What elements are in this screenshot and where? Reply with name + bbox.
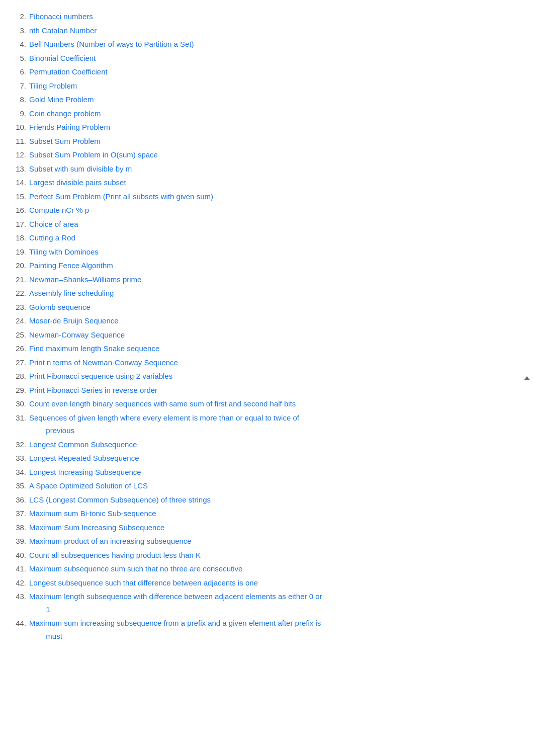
- item-link[interactable]: Tiling with Dominoes: [29, 245, 99, 259]
- item-number: 44.: [10, 617, 29, 630]
- item-number: 4.: [10, 38, 29, 51]
- item-link[interactable]: Gold Mine Problem: [29, 93, 94, 106]
- item-link[interactable]: Permutation Coefficient: [29, 65, 108, 78]
- list-item: 6.Permutation Coefficient: [10, 65, 519, 78]
- item-link[interactable]: Newman–Shanks–Williams prime: [29, 273, 141, 286]
- item-link[interactable]: Compute nCr % p: [29, 204, 89, 217]
- list-item: 43.Maximum length subsequence with diffe…: [10, 590, 519, 616]
- item-link[interactable]: Fibonacci numbers: [29, 10, 93, 23]
- list-item: 19.Tiling with Dominoes: [10, 245, 519, 259]
- item-number: 21.: [10, 273, 29, 286]
- list-item: 5.Binomial Coefficient: [10, 52, 519, 65]
- item-number: 35.: [10, 479, 29, 492]
- item-number: 16.: [10, 204, 29, 217]
- item-link[interactable]: Maximum product of an increasing subsequ…: [29, 535, 192, 548]
- item-link[interactable]: Coin change problem: [29, 107, 101, 120]
- list-item: 3.nth Catalan Number: [10, 24, 519, 37]
- item-link[interactable]: Print Fibonacci sequence using 2 variabl…: [29, 370, 172, 383]
- item-number: 42.: [10, 576, 29, 590]
- item-number: 34.: [10, 466, 29, 479]
- item-number: 36.: [10, 493, 29, 507]
- list-item: 38.Maximum Sum Increasing Subsequence: [10, 521, 519, 534]
- item-number: 19.: [10, 245, 29, 259]
- item-link[interactable]: Maximum Sum Increasing Subsequence: [29, 521, 164, 534]
- item-number: 9.: [10, 107, 29, 120]
- list-item: 35.A Space Optimized Solution of LCS: [10, 479, 519, 492]
- item-link[interactable]: Maximum sum increasing subsequence from …: [29, 617, 321, 642]
- item-number: 40.: [10, 549, 29, 562]
- item-number: 39.: [10, 535, 29, 548]
- item-link[interactable]: A Space Optimized Solution of LCS: [29, 479, 148, 492]
- item-link[interactable]: nth Catalan Number: [29, 24, 97, 37]
- list-item: 14.Largest divisible pairs subset: [10, 176, 519, 189]
- item-number: 26.: [10, 342, 29, 355]
- item-number: 27.: [10, 356, 29, 369]
- item-number: 17.: [10, 218, 29, 231]
- item-link[interactable]: Maximum length subsequence with differen…: [29, 590, 322, 616]
- item-number: 23.: [10, 301, 29, 314]
- item-link[interactable]: Largest divisible pairs subset: [29, 176, 126, 189]
- item-link[interactable]: Assembly line scheduling: [29, 287, 114, 300]
- item-number: 29.: [10, 384, 29, 397]
- item-number: 28.: [10, 370, 29, 383]
- list-item: 44.Maximum sum increasing subsequence fr…: [10, 617, 519, 642]
- list-item: 21.Newman–Shanks–Williams prime: [10, 273, 519, 286]
- item-link[interactable]: Longest Common Subsequence: [29, 438, 137, 451]
- item-link[interactable]: Painting Fence Algorithm: [29, 259, 113, 272]
- item-number: 33.: [10, 452, 29, 465]
- item-number: 8.: [10, 93, 29, 106]
- item-link[interactable]: Binomial Coefficient: [29, 52, 96, 65]
- list-item: 37.Maximum sum Bi-tonic Sub-sequence: [10, 507, 519, 520]
- item-link[interactable]: Perfect Sum Problem (Print all subsets w…: [29, 190, 213, 203]
- list-item: 11.Subset Sum Problem: [10, 135, 519, 148]
- item-link[interactable]: Tiling Problem: [29, 79, 77, 93]
- item-link[interactable]: Print Fibonacci Series in reverse order: [29, 384, 157, 397]
- list-item: 42.Longest subsequence such that differe…: [10, 576, 519, 590]
- item-number: 38.: [10, 521, 29, 534]
- item-number: 12.: [10, 148, 29, 161]
- item-number: 37.: [10, 507, 29, 520]
- item-link[interactable]: Maximum subsequence sum such that no thr…: [29, 562, 242, 575]
- list-item: 40.Count all subsequences having product…: [10, 549, 519, 562]
- list-item: 39.Maximum product of an increasing subs…: [10, 535, 519, 548]
- list-item: 12.Subset Sum Problem in O(sum) space: [10, 148, 519, 161]
- item-number: 10.: [10, 121, 29, 134]
- item-number: 5.: [10, 52, 29, 65]
- item-link[interactable]: Choice of area: [29, 218, 78, 231]
- item-link[interactable]: Subset with sum divisible by m: [29, 162, 132, 176]
- list-item: 30.Count even length binary sequences wi…: [10, 397, 519, 410]
- item-link[interactable]: Maximum sum Bi-tonic Sub-sequence: [29, 507, 156, 520]
- list-item: 25.Newman-Conway Sequence: [10, 328, 519, 342]
- item-number: 20.: [10, 259, 29, 272]
- list-item: 4.Bell Numbers (Number of ways to Partit…: [10, 38, 519, 51]
- item-number: 18.: [10, 231, 29, 244]
- item-number: 41.: [10, 562, 29, 575]
- list-item: 29.Print Fibonacci Series in reverse ord…: [10, 384, 519, 397]
- item-link[interactable]: Golomb sequence: [29, 301, 91, 314]
- item-link[interactable]: Friends Pairing Problem: [29, 121, 110, 134]
- item-link[interactable]: Sequences of given length where every el…: [29, 411, 299, 437]
- item-number: 7.: [10, 79, 29, 93]
- item-link[interactable]: Print n terms of Newman-Conway Sequence: [29, 356, 178, 369]
- list-item: 33.Longest Repeated Subsequence: [10, 452, 519, 465]
- item-link[interactable]: Subset Sum Problem: [29, 135, 101, 148]
- item-number: 43.: [10, 590, 29, 603]
- list-item: 8.Gold Mine Problem: [10, 93, 519, 106]
- item-link[interactable]: Longest Increasing Subsequence: [29, 466, 141, 479]
- item-link[interactable]: Longest Repeated Subsequence: [29, 452, 139, 465]
- item-link[interactable]: Count all subsequences having product le…: [29, 549, 201, 562]
- item-link[interactable]: Longest subsequence such that difference…: [29, 576, 258, 590]
- item-link[interactable]: Bell Numbers (Number of ways to Partitio…: [29, 38, 194, 51]
- list-item: 7.Tiling Problem: [10, 79, 519, 93]
- item-link[interactable]: Newman-Conway Sequence: [29, 328, 125, 342]
- item-link[interactable]: Count even length binary sequences with …: [29, 397, 296, 410]
- item-link[interactable]: Subset Sum Problem in O(sum) space: [29, 148, 158, 161]
- item-link[interactable]: Find maximum length Snake sequence: [29, 342, 159, 355]
- list-item: 9.Coin change problem: [10, 107, 519, 120]
- scroll-up-indicator[interactable]: [524, 376, 530, 380]
- item-number: 14.: [10, 176, 29, 189]
- list-item: 27.Print n terms of Newman-Conway Sequen…: [10, 356, 519, 369]
- item-link[interactable]: LCS (Longest Common Subsequence) of thre…: [29, 493, 211, 507]
- item-link[interactable]: Moser-de Bruijn Sequence: [29, 314, 119, 327]
- item-link[interactable]: Cutting a Rod: [29, 231, 75, 244]
